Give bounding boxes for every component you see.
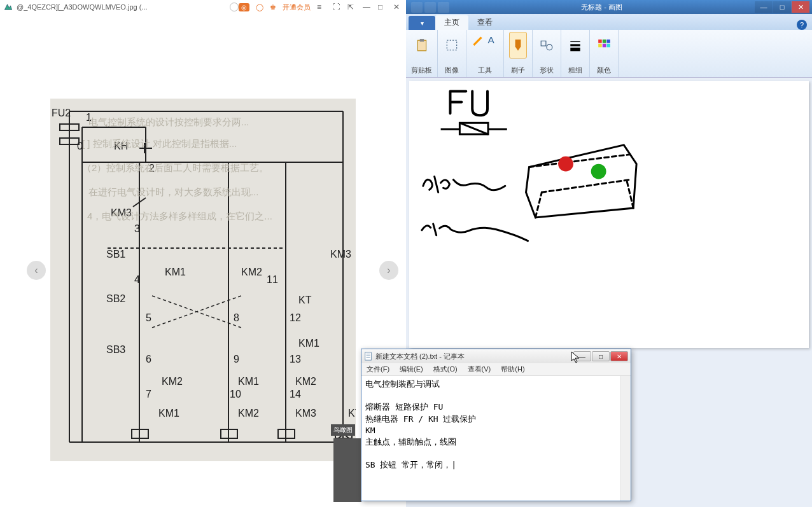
paint-maximize-button[interactable]: □	[773, 1, 791, 13]
menu-view[interactable]: 查看(V)	[463, 363, 496, 375]
paint-tabbar: ▾ 主页 查看 ?	[406, 14, 812, 30]
paint-close-button[interactable]: ✕	[792, 1, 809, 13]
svg-text:SB3: SB3	[106, 344, 125, 355]
fullscreen-icon[interactable]: ⛶	[332, 3, 341, 11]
tab-home[interactable]: 主页	[435, 15, 468, 30]
select-icon[interactable]	[443, 32, 461, 59]
ribbon-clipboard: 剪贴板	[406, 30, 438, 77]
svg-text:10: 10	[230, 389, 241, 399]
svg-text:KM1: KM1	[238, 376, 259, 387]
notepad-close-button[interactable]: ✕	[610, 351, 628, 361]
notepad-icon	[364, 352, 373, 361]
text-icon[interactable]: A	[486, 32, 498, 47]
crown-icon[interactable]: ♚	[270, 3, 276, 11]
svg-text:KM1: KM1	[298, 338, 319, 349]
paint-undo-icon[interactable]	[424, 2, 436, 13]
menu-edit[interactable]: 编辑(E)	[395, 363, 428, 375]
svg-text:4: 4	[134, 274, 140, 285]
close-icon[interactable]: ✕	[393, 3, 402, 11]
next-image-button[interactable]: ›	[379, 261, 398, 280]
svg-text:A: A	[487, 34, 494, 45]
minimize-icon[interactable]: —	[363, 3, 372, 11]
notepad-minimize-button[interactable]: —	[573, 351, 591, 361]
svg-text:KM1: KM1	[158, 408, 179, 419]
menu-help[interactable]: 帮助(H)	[496, 363, 529, 375]
svg-rect-66	[603, 39, 606, 43]
svg-rect-69	[603, 44, 606, 48]
svg-text:KM2: KM2	[162, 376, 183, 387]
paint-minimize-button[interactable]: —	[755, 1, 773, 13]
svg-text:12: 12	[290, 312, 301, 323]
viewer-body: ‹ › 电气控制系统的设计按控制要求分两... [ ] 控制系统设计 对此控制是…	[0, 14, 406, 507]
circuit-diagram-image: 电气控制系统的设计按控制要求分两... [ ] 控制系统设计 对此控制是指根据.…	[50, 99, 356, 461]
paint-redo-icon[interactable]	[438, 2, 449, 13]
colors-icon[interactable]	[595, 32, 613, 59]
svg-text:KT: KT	[348, 408, 356, 419]
paint-canvas[interactable]	[409, 81, 809, 348]
svg-point-74	[558, 156, 573, 172]
svg-rect-68	[598, 44, 602, 48]
svg-text:FU2: FU2	[52, 108, 71, 118]
paste-icon[interactable]	[413, 32, 431, 59]
svg-text:SB1: SB1	[106, 249, 125, 260]
svg-text:14: 14	[290, 389, 301, 399]
shapes-icon[interactable]	[538, 32, 556, 59]
ribbon-shapes: 形状	[533, 30, 561, 77]
svg-rect-70	[606, 44, 610, 48]
ring-icon[interactable]: ◯	[256, 3, 263, 11]
svg-rect-56	[417, 40, 426, 51]
notepad-title: 新建文本文档 (2).txt - 记事本	[375, 352, 573, 361]
svg-rect-76	[365, 352, 372, 360]
svg-line-72	[459, 123, 488, 134]
cloud-icon[interactable]	[230, 3, 239, 11]
svg-rect-67	[606, 39, 610, 43]
svg-text:7: 7	[146, 389, 151, 399]
prev-image-button[interactable]: ‹	[27, 261, 46, 280]
notepad-menubar: 文件(F) 编辑(E) 格式(O) 查看(V) 帮助(H)	[361, 363, 631, 376]
ribbon-image: 图像	[438, 30, 466, 77]
pencil-icon[interactable]	[472, 32, 484, 47]
svg-text:13: 13	[290, 354, 301, 365]
menu-format[interactable]: 格式(O)	[428, 363, 463, 375]
minimap-label[interactable]: 鸟瞰图	[331, 424, 355, 436]
svg-text:KM2: KM2	[295, 376, 316, 387]
help-icon[interactable]: ?	[797, 20, 807, 30]
svg-text:KT: KT	[298, 295, 312, 305]
paint-save-icon[interactable]	[411, 2, 423, 13]
notepad-scrollbar[interactable]	[620, 376, 631, 501]
size-icon[interactable]	[566, 32, 584, 59]
svg-rect-58	[447, 40, 456, 50]
viewer-title: @_4QEZCR][_A3DOWQWLMVEO.jpg (...	[17, 3, 227, 11]
paint-file-menu[interactable]: ▾	[409, 16, 435, 30]
svg-rect-60	[541, 41, 546, 46]
svg-point-75	[591, 164, 606, 179]
notepad-textarea[interactable]: 电气控制装配与调试 熔断器 短路保护 FU 热继电器 FR / KH 过载保护 …	[361, 376, 631, 501]
menu-icon[interactable]: ≡	[317, 3, 326, 11]
notepad-maximize-button[interactable]: □	[592, 351, 610, 361]
vip-badge[interactable]: ◎	[239, 3, 249, 11]
ribbon-colors: 颜色	[590, 30, 619, 77]
viewer-titlebar: @_4QEZCR][_A3DOWQWLMVEO.jpg (... ◎ ◯ ♚ 开…	[0, 0, 406, 14]
svg-text:KM1: KM1	[165, 267, 186, 277]
ribbon-size: 粗细	[561, 30, 590, 77]
paint-title: 无标题 - 画图	[449, 3, 754, 12]
tab-view[interactable]: 查看	[468, 15, 501, 30]
maximize-icon[interactable]: □	[378, 3, 387, 11]
member-link[interactable]: 开通会员	[283, 3, 311, 12]
menu-file[interactable]: 文件(F)	[361, 363, 395, 375]
paint-titlebar[interactable]: 无标题 - 画图 — □ ✕	[406, 0, 812, 14]
notepad-window[interactable]: 新建文本文档 (2).txt - 记事本 — □ ✕ 文件(F) 编辑(E) 格…	[361, 349, 631, 501]
minimap[interactable]	[333, 438, 361, 502]
svg-text:5: 5	[146, 312, 151, 323]
pin-icon[interactable]: ⇱	[347, 3, 356, 11]
svg-text:SB2: SB2	[106, 293, 125, 304]
svg-rect-57	[419, 39, 424, 41]
svg-text:9: 9	[234, 354, 239, 365]
app-logo-icon	[4, 3, 13, 11]
notepad-titlebar[interactable]: 新建文本文档 (2).txt - 记事本 — □ ✕	[361, 349, 631, 363]
svg-text:KM2: KM2	[241, 267, 262, 277]
image-viewer-window: @_4QEZCR][_A3DOWQWLMVEO.jpg (... ◎ ◯ ♚ 开…	[0, 0, 406, 507]
svg-rect-65	[598, 39, 602, 43]
brush-icon[interactable]	[509, 32, 527, 59]
svg-point-61	[547, 45, 552, 50]
